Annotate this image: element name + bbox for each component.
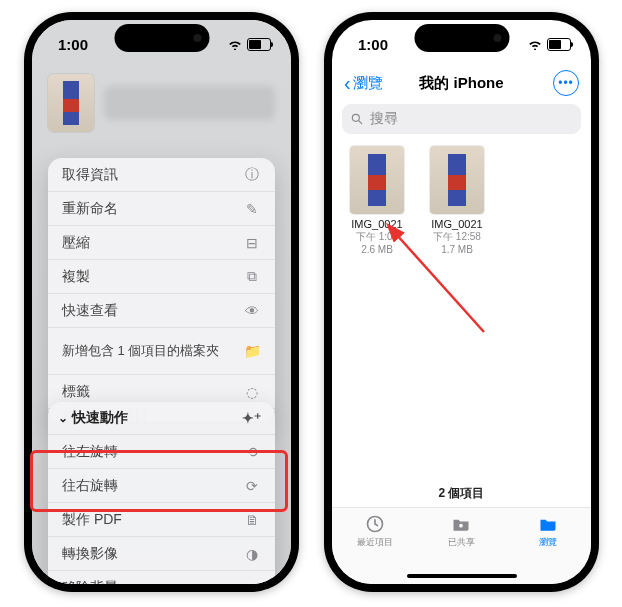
tag-icon: ◌ [243, 384, 261, 400]
menu-label: 壓縮 [62, 234, 90, 252]
chevron-down-icon: ⌄ [58, 411, 68, 425]
menu-label: 移除背景 [62, 579, 118, 585]
status-time: 1:00 [58, 36, 88, 53]
phone-frame-left: 1:00 取得資訊 ⓘ 重新命名 ✎ 壓縮 ⊟ [24, 12, 299, 592]
pencil-icon: ✎ [243, 201, 261, 217]
tab-bar: 最近項目 已共享 瀏覽 [332, 507, 591, 584]
menu-item-quick-look[interactable]: 快速查看 👁 [48, 294, 275, 328]
annotation-highlight-box [30, 450, 288, 512]
menu-label: 製作 PDF [62, 511, 122, 529]
tab-recents[interactable]: 最近項目 [340, 514, 410, 549]
chevron-left-icon: ‹ [344, 72, 351, 95]
svg-line-4 [396, 234, 484, 332]
svg-point-0 [352, 114, 359, 121]
file-thumbnail [430, 146, 484, 214]
home-indicator[interactable] [407, 574, 517, 578]
archive-icon: ⊟ [243, 235, 261, 251]
back-button[interactable]: ‹ 瀏覽 [344, 72, 383, 95]
tab-label: 已共享 [448, 536, 475, 549]
menu-label: 新增包含 1 個項目的檔案夾 [62, 343, 219, 359]
file-preview-header [48, 68, 275, 138]
menu-item-convert-image[interactable]: 轉換影像 ◑ [48, 537, 275, 571]
file-thumbnail [350, 146, 404, 214]
eye-icon: 👁 [243, 303, 261, 319]
status-indicators [527, 38, 571, 51]
tab-label: 最近項目 [357, 536, 393, 549]
menu-label: 快速查看 [62, 302, 118, 320]
dynamic-island [114, 24, 209, 52]
svg-point-3 [460, 524, 464, 528]
menu-item-get-info[interactable]: 取得資訊 ⓘ [48, 158, 275, 192]
header-label: 快速動作 [72, 409, 128, 425]
menu-label: 轉換影像 [62, 545, 118, 563]
footer-item-count: 2 個項目 [332, 485, 591, 502]
status-indicators [227, 38, 271, 51]
duplicate-icon: ⧉ [243, 268, 261, 285]
menu-item-remove-background[interactable]: 移除背景 ▨ [48, 571, 275, 584]
quick-actions-header[interactable]: ⌄快速動作 ✦⁺ [48, 402, 275, 435]
phone-frame-right: 1:00 ‹ 瀏覽 我的 iPhone ••• 搜尋 IMG_0021 [324, 12, 599, 592]
tab-shared[interactable]: 已共享 [426, 514, 496, 549]
dynamic-island [414, 24, 509, 52]
menu-label: 複製 [62, 268, 90, 286]
search-placeholder: 搜尋 [370, 110, 398, 128]
nav-bar: ‹ 瀏覽 我的 iPhone ••• [332, 66, 591, 100]
search-input[interactable]: 搜尋 [342, 104, 581, 134]
tab-label: 瀏覽 [539, 536, 557, 549]
menu-item-duplicate[interactable]: 複製 ⧉ [48, 260, 275, 294]
annotation-arrow [384, 222, 494, 342]
menu-label: 取得資訊 [62, 166, 118, 184]
battery-icon [547, 38, 571, 51]
info-icon: ⓘ [243, 166, 261, 184]
document-icon: 🗎 [243, 512, 261, 528]
menu-item-compress[interactable]: 壓縮 ⊟ [48, 226, 275, 260]
svg-line-1 [359, 121, 362, 124]
file-thumbnail[interactable] [48, 74, 94, 132]
sparkle-icon: ✦⁺ [242, 410, 261, 426]
folder-icon: 📁 [243, 343, 261, 360]
menu-label: 重新命名 [62, 200, 118, 218]
tab-browse[interactable]: 瀏覽 [513, 514, 583, 549]
menu-label: 標籤 [62, 383, 90, 401]
shared-folder-icon [450, 514, 472, 534]
menu-item-rename[interactable]: 重新命名 ✎ [48, 192, 275, 226]
menu-item-new-folder[interactable]: 新增包含 1 個項目的檔案夾 📁 [48, 328, 275, 375]
wifi-icon [527, 39, 543, 50]
battery-icon [247, 38, 271, 51]
context-menu-main: 取得資訊 ⓘ 重新命名 ✎ 壓縮 ⊟ 複製 ⧉ 快速查看 👁 新增包含 1 個項… [48, 158, 275, 421]
clock-icon [364, 514, 386, 534]
status-time: 1:00 [358, 36, 388, 53]
blurred-filename [104, 86, 275, 120]
more-options-button[interactable]: ••• [553, 70, 579, 96]
remove-bg-icon: ▨ [243, 580, 261, 585]
convert-icon: ◑ [243, 546, 261, 562]
search-icon [350, 112, 364, 126]
wifi-icon [227, 39, 243, 50]
ellipsis-icon: ••• [558, 76, 574, 90]
folder-icon [537, 514, 559, 534]
back-label: 瀏覽 [353, 74, 383, 93]
